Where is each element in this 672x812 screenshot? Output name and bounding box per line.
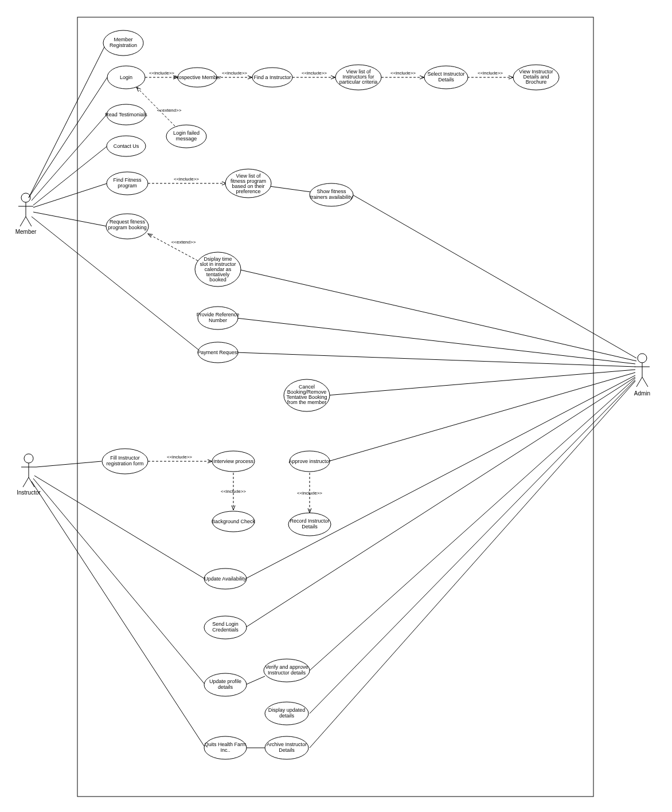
usecase-update-availability: Update Availability (204, 568, 247, 589)
actor-instructor: Instructor (17, 454, 41, 496)
svg-text:details: details (218, 684, 233, 690)
usecase-select-instructor: Select Instructor Details (424, 66, 468, 89)
usecase-archive-instructor: Archive Instructor Details (265, 736, 308, 759)
svg-line-30 (327, 370, 635, 395)
svg-text:Number: Number (209, 317, 227, 323)
svg-text:Details: Details (302, 524, 318, 529)
svg-line-17 (32, 115, 107, 201)
usecase-display-updated: Display updated details (265, 702, 308, 725)
svg-text:Approve instructor: Approve instructor (288, 458, 330, 464)
svg-line-44 (269, 186, 311, 192)
svg-line-8 (23, 477, 29, 487)
usecase-view-list-fitness: View list of fitness program based on th… (225, 169, 271, 198)
svg-line-15 (29, 45, 106, 198)
svg-text:preference: preference (236, 189, 260, 194)
usecase-fill-instructor-form: Fill Instructor registration form (102, 449, 148, 474)
svg-text:Update profile: Update profile (209, 678, 241, 684)
svg-text:Login: Login (120, 74, 132, 80)
usecase-update-profile: Update profile details (204, 673, 247, 696)
svg-text:Verify and approve: Verify and approve (265, 664, 308, 670)
svg-text:Find a Instructor: Find a Instructor (253, 74, 291, 80)
usecase-interview-process: Interview process (212, 451, 255, 472)
svg-text:Update Availability: Update Availability (204, 576, 247, 582)
usecase-send-login-credentials: Send Login Credentials (204, 616, 247, 639)
svg-line-20 (33, 212, 107, 226)
rel-include-label: <<include>> (222, 70, 247, 76)
svg-text:registration form: registration form (106, 461, 143, 466)
rel-include-label: <<include>> (149, 70, 174, 76)
usecase-find-fitness: Find Fitness program (107, 172, 148, 195)
usecase-view-instructor-details: View Instructor Details and Brochure (513, 65, 559, 90)
svg-text:Background Check: Background Check (212, 519, 256, 524)
usecase-background-check: Background Check (212, 511, 256, 532)
usecase-member-registration: Member Registration (103, 30, 143, 56)
svg-text:Quits Health Farm: Quits Health Farm (204, 742, 246, 747)
svg-text:Prospective Member: Prospective Member (174, 74, 221, 80)
svg-text:from the member: from the member (287, 399, 327, 405)
svg-text:Fill Instructor: Fill Instructor (110, 455, 140, 461)
rel-include-label: <<include>> (221, 489, 246, 494)
svg-text:Send Login: Send Login (212, 621, 239, 627)
svg-text:Archive Instructor: Archive Instructor (267, 742, 307, 747)
svg-text:Show  fitness: Show fitness (317, 189, 346, 194)
svg-line-19 (33, 183, 107, 207)
svg-line-34 (310, 378, 635, 670)
svg-text:Payment Request: Payment Request (197, 350, 239, 355)
svg-line-16 (29, 77, 107, 198)
rel-extend-label: <<extend>> (157, 108, 182, 113)
svg-line-25 (32, 481, 205, 748)
svg-text:booked: booked (209, 277, 226, 283)
use-case-diagram: Member Instructor Admin << (0, 0, 672, 812)
svg-text:Select Instructor: Select Instructor (427, 71, 464, 77)
svg-text:Instructor  details: Instructor details (268, 670, 306, 676)
svg-text:Details: Details (438, 77, 454, 83)
svg-line-31 (329, 372, 635, 461)
svg-text:Contact Us: Contact Us (114, 143, 139, 149)
svg-text:Member: Member (114, 37, 132, 42)
svg-line-26 (353, 195, 636, 358)
svg-text:Display updated: Display updated (268, 707, 306, 713)
svg-text:trainers availability: trainers availability (310, 194, 353, 200)
svg-text:Provide Reference: Provide Reference (197, 312, 240, 317)
svg-line-23 (34, 476, 205, 579)
usecase-payment-request: Payment Request (197, 342, 239, 363)
svg-text:message: message (176, 136, 197, 142)
rel-extend-label: <<extend>> (171, 240, 196, 245)
svg-line-22 (36, 461, 101, 467)
usecase-approve-instructor: Approve instructor (288, 451, 330, 472)
usecase-prospective-member: Prospective Member (174, 68, 221, 87)
svg-text:Brochure: Brochure (526, 79, 547, 85)
svg-text:Request fitness: Request fitness (110, 219, 146, 225)
svg-text:details: details (279, 713, 295, 719)
rel-include-label: <<include>> (297, 491, 322, 496)
usecase-login: Login (107, 66, 145, 89)
usecase-view-list-instructors: View list of Instructors for particular … (335, 65, 381, 90)
svg-line-4 (26, 217, 32, 226)
usecase-display-time-slot: Dsiplay time slot in instructor calendar… (195, 252, 241, 287)
svg-line-49 (245, 676, 265, 685)
usecase-contact-us: Contact Us (107, 136, 146, 156)
rel-include-label: <<include>> (390, 70, 416, 76)
usecase-provide-reference: Provide Reference Number (197, 307, 240, 329)
svg-text:Read Testimonials: Read Testimonials (105, 112, 147, 117)
svg-point-5 (24, 454, 33, 463)
usecase-request-booking: Request fitness program booking (106, 214, 149, 239)
svg-text:Details: Details (279, 747, 295, 753)
rel-include-label: <<include>> (302, 70, 327, 76)
rel-include-label: <<include>> (167, 454, 192, 460)
svg-text:Login  failed: Login failed (173, 130, 200, 136)
svg-line-33 (245, 377, 635, 627)
usecase-verify-approve: Verify and approve Instructor details (264, 659, 310, 682)
actor-admin: Admin (634, 354, 650, 397)
usecase-quits: Quits Health Farm Inc.. (204, 736, 247, 759)
svg-line-18 (33, 146, 107, 205)
svg-line-13 (636, 377, 642, 387)
svg-text:Interview process: Interview process (213, 458, 254, 464)
actor-member: Member (15, 193, 37, 235)
svg-text:Registration: Registration (110, 42, 137, 48)
svg-line-36 (310, 381, 635, 748)
svg-line-45 (148, 234, 198, 261)
svg-line-27 (238, 269, 636, 361)
actor-admin-label: Admin (634, 390, 650, 397)
svg-point-10 (638, 354, 647, 363)
